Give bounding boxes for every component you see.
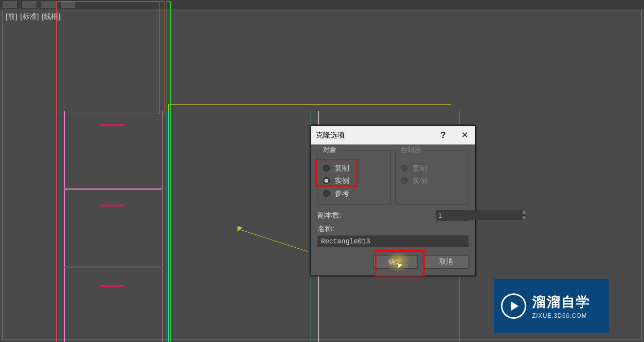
radio-icon [401, 165, 408, 171]
scene-rect [64, 189, 162, 267]
viewport-view[interactable]: [前] [6, 12, 17, 20]
spinner-up-icon[interactable]: ▲ [522, 210, 526, 215]
name-input[interactable] [318, 236, 468, 247]
play-icon [501, 293, 526, 319]
scene-rect [160, 1, 164, 114]
viewport-label[interactable]: [前] [标准] [线框] [6, 12, 61, 21]
scene-mark [100, 285, 125, 287]
controller-copy-radio-row: 复制 [401, 162, 463, 174]
scene-mark [100, 124, 125, 126]
controller-copy-label: 复制 [412, 164, 427, 173]
toolbar-button[interactable] [41, 0, 56, 8]
close-button[interactable]: ✕ [454, 126, 475, 144]
radio-icon[interactable] [323, 177, 330, 184]
object-copy-radio-row[interactable]: 复制 [323, 162, 385, 174]
help-button[interactable]: ? [432, 126, 454, 144]
toolbar-button[interactable] [21, 0, 37, 8]
object-instance-radio-row[interactable]: 实例 [323, 174, 385, 187]
dialog-title: 克隆选项 [316, 131, 345, 140]
clone-options-dialog: 克隆选项 ? ✕ 对象 复制 实例 参考 [310, 125, 476, 276]
spinner-down-icon[interactable]: ▼ [522, 215, 526, 221]
dialog-titlebar[interactable]: 克隆选项 ? ✕ [311, 126, 475, 145]
object-reference-label: 参考 [335, 189, 349, 198]
toolbar-button[interactable] [2, 0, 18, 8]
scene-rect [56, 1, 61, 342]
controller-instance-radio-row: 实例 [401, 174, 463, 187]
name-label: 名称: [318, 224, 468, 234]
viewport-shading[interactable]: [标准] [20, 12, 39, 20]
controller-group-title: 控制器 [399, 146, 423, 154]
scene-mark [100, 205, 125, 206]
watermark-title: 溜溜自学 [532, 293, 590, 311]
cancel-button[interactable]: 取消 [424, 255, 468, 269]
radio-icon [401, 177, 408, 184]
object-copy-label: 复制 [335, 164, 349, 173]
object-instance-label: 实例 [335, 176, 349, 186]
object-group-title: 对象 [321, 146, 339, 154]
object-group: 对象 复制 实例 参考 [318, 151, 391, 205]
dialog-body: 对象 复制 实例 参考 控制器 复制 [311, 145, 475, 275]
scene-rect [56, 1, 164, 114]
scene-rect [64, 268, 162, 342]
object-reference-radio-row[interactable]: 参考 [323, 187, 385, 200]
scene-rect [166, 1, 171, 342]
ok-button[interactable]: 确定 [373, 255, 418, 269]
radio-icon[interactable] [323, 190, 330, 197]
watermark-subtitle: ZIXUE.3D66.COM [532, 312, 590, 319]
copies-spinner[interactable]: ▲ ▼ [436, 210, 468, 221]
controller-group: 控制器 复制 实例 [395, 151, 468, 205]
copies-label: 副本数: [318, 211, 436, 220]
watermark: 溜溜自学 ZIXUE.3D66.COM [494, 279, 609, 333]
controller-instance-label: 实例 [412, 176, 427, 186]
radio-icon[interactable] [323, 165, 330, 171]
copies-input[interactable] [436, 210, 522, 220]
scene-rect [64, 111, 162, 188]
